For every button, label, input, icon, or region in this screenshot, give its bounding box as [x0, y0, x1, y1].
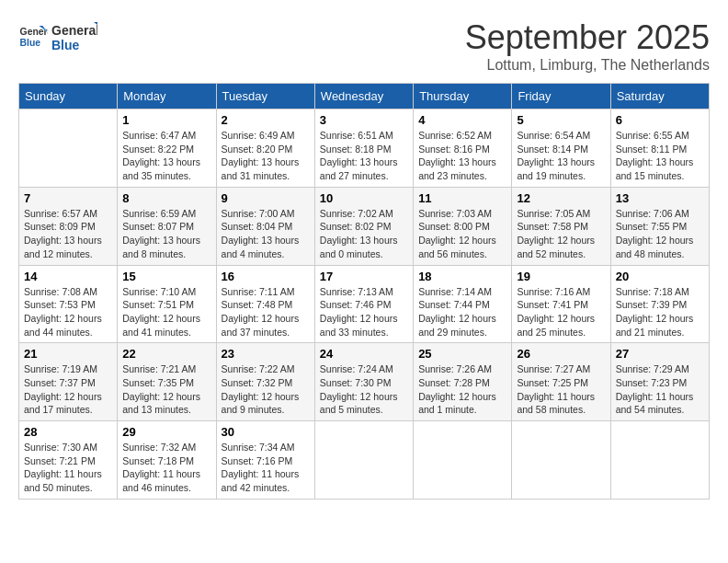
location-subtitle: Lottum, Limburg, The Netherlands	[465, 57, 710, 74]
calendar-cell: 18Sunrise: 7:14 AM Sunset: 7:44 PM Dayli…	[414, 265, 512, 343]
calendar-cell: 1Sunrise: 6:47 AM Sunset: 8:22 PM Daylig…	[118, 109, 216, 188]
day-info: Sunrise: 7:16 AM Sunset: 7:41 PM Dayligh…	[517, 285, 605, 339]
weekday-header-tuesday: Tuesday	[216, 84, 314, 109]
calendar-cell: 30Sunrise: 7:34 AM Sunset: 7:16 PM Dayli…	[216, 421, 314, 500]
month-title: September 2025	[465, 18, 710, 57]
day-number: 8	[122, 191, 210, 205]
day-info: Sunrise: 7:06 AM Sunset: 7:55 PM Dayligh…	[616, 207, 704, 261]
calendar-cell: 6Sunrise: 6:55 AM Sunset: 8:11 PM Daylig…	[610, 109, 709, 188]
day-number: 10	[320, 191, 408, 205]
day-info: Sunrise: 7:22 AM Sunset: 7:32 PM Dayligh…	[222, 362, 310, 417]
day-number: 15	[122, 270, 210, 283]
calendar-cell: 14Sunrise: 7:08 AM Sunset: 7:53 PM Dayli…	[19, 265, 118, 343]
day-number: 19	[517, 270, 605, 283]
calendar-cell: 17Sunrise: 7:13 AM Sunset: 7:46 PM Dayli…	[314, 265, 413, 343]
day-info: Sunrise: 6:47 AM Sunset: 8:22 PM Dayligh…	[122, 129, 210, 183]
day-number: 20	[616, 270, 704, 283]
day-info: Sunrise: 7:29 AM Sunset: 7:23 PM Dayligh…	[616, 362, 704, 417]
weekday-header-friday: Friday	[512, 84, 610, 109]
calendar-week-2: 7Sunrise: 6:57 AM Sunset: 8:09 PM Daylig…	[19, 187, 710, 265]
day-number: 24	[320, 347, 408, 361]
day-number: 18	[418, 270, 506, 283]
title-block: September 2025 Lottum, Limburg, The Neth…	[465, 18, 710, 74]
calendar-cell: 26Sunrise: 7:27 AM Sunset: 7:25 PM Dayli…	[512, 343, 610, 421]
calendar-cell: 16Sunrise: 7:11 AM Sunset: 7:48 PM Dayli…	[216, 265, 314, 343]
day-info: Sunrise: 7:32 AM Sunset: 7:18 PM Dayligh…	[122, 441, 210, 495]
day-info: Sunrise: 6:57 AM Sunset: 8:09 PM Dayligh…	[24, 207, 112, 261]
calendar-cell: 28Sunrise: 7:30 AM Sunset: 7:21 PM Dayli…	[19, 421, 118, 500]
calendar-week-1: 1Sunrise: 6:47 AM Sunset: 8:22 PM Daylig…	[19, 109, 710, 188]
day-info: Sunrise: 7:14 AM Sunset: 7:44 PM Dayligh…	[418, 285, 506, 339]
day-number: 28	[24, 425, 112, 439]
day-number: 12	[517, 191, 605, 205]
day-number: 21	[24, 347, 112, 361]
calendar-cell: 2Sunrise: 6:49 AM Sunset: 8:20 PM Daylig…	[216, 109, 314, 188]
day-number: 1	[122, 113, 210, 127]
day-info: Sunrise: 7:21 AM Sunset: 7:35 PM Dayligh…	[122, 362, 210, 417]
day-info: Sunrise: 7:10 AM Sunset: 7:51 PM Dayligh…	[122, 285, 210, 339]
day-number: 30	[222, 425, 310, 439]
day-info: Sunrise: 7:00 AM Sunset: 8:04 PM Dayligh…	[222, 207, 310, 261]
calendar-cell: 13Sunrise: 7:06 AM Sunset: 7:55 PM Dayli…	[610, 187, 709, 265]
calendar-cell: 11Sunrise: 7:03 AM Sunset: 8:00 PM Dayli…	[414, 187, 512, 265]
day-info: Sunrise: 7:11 AM Sunset: 7:48 PM Dayligh…	[222, 285, 310, 339]
calendar-cell: 7Sunrise: 6:57 AM Sunset: 8:09 PM Daylig…	[19, 187, 118, 265]
logo-icon: General Blue	[18, 22, 48, 52]
day-info: Sunrise: 6:51 AM Sunset: 8:18 PM Dayligh…	[320, 129, 408, 183]
day-info: Sunrise: 7:18 AM Sunset: 7:39 PM Dayligh…	[616, 285, 704, 339]
calendar-cell: 24Sunrise: 7:24 AM Sunset: 7:30 PM Dayli…	[314, 343, 413, 421]
svg-text:Blue: Blue	[51, 38, 80, 52]
day-info: Sunrise: 7:13 AM Sunset: 7:46 PM Dayligh…	[320, 285, 408, 339]
day-number: 27	[616, 347, 704, 361]
calendar-cell	[610, 421, 709, 500]
day-number: 3	[320, 113, 408, 127]
calendar-cell	[314, 421, 413, 500]
calendar-table: SundayMondayTuesdayWednesdayThursdayFrid…	[18, 83, 710, 500]
day-info: Sunrise: 7:05 AM Sunset: 7:58 PM Dayligh…	[517, 207, 605, 261]
svg-text:Blue: Blue	[20, 38, 41, 48]
calendar-week-5: 28Sunrise: 7:30 AM Sunset: 7:21 PM Dayli…	[19, 421, 710, 500]
svg-text:General: General	[51, 23, 97, 38]
day-info: Sunrise: 7:27 AM Sunset: 7:25 PM Dayligh…	[517, 362, 605, 417]
day-info: Sunrise: 6:54 AM Sunset: 8:14 PM Dayligh…	[517, 129, 605, 183]
day-number: 2	[222, 113, 310, 127]
day-info: Sunrise: 7:34 AM Sunset: 7:16 PM Dayligh…	[222, 441, 310, 495]
day-number: 14	[24, 270, 112, 283]
weekday-header-saturday: Saturday	[610, 84, 709, 109]
calendar-cell: 12Sunrise: 7:05 AM Sunset: 7:58 PM Dayli…	[512, 187, 610, 265]
calendar-cell: 27Sunrise: 7:29 AM Sunset: 7:23 PM Dayli…	[610, 343, 709, 421]
day-info: Sunrise: 7:26 AM Sunset: 7:28 PM Dayligh…	[418, 362, 506, 417]
day-number: 16	[222, 270, 310, 283]
calendar-cell: 5Sunrise: 6:54 AM Sunset: 8:14 PM Daylig…	[512, 109, 610, 188]
day-info: Sunrise: 7:02 AM Sunset: 8:02 PM Dayligh…	[320, 207, 408, 261]
day-info: Sunrise: 7:03 AM Sunset: 8:00 PM Dayligh…	[418, 207, 506, 261]
calendar-cell: 3Sunrise: 6:51 AM Sunset: 8:18 PM Daylig…	[314, 109, 413, 188]
weekday-header-thursday: Thursday	[414, 84, 512, 109]
day-number: 17	[320, 270, 408, 283]
day-number: 26	[517, 347, 605, 361]
calendar-cell	[414, 421, 512, 500]
day-info: Sunrise: 7:24 AM Sunset: 7:30 PM Dayligh…	[320, 362, 408, 417]
day-number: 4	[418, 113, 506, 127]
page-header: General Blue General Blue September 2025…	[18, 18, 710, 74]
day-info: Sunrise: 7:30 AM Sunset: 7:21 PM Dayligh…	[24, 441, 112, 495]
calendar-header-row: SundayMondayTuesdayWednesdayThursdayFrid…	[19, 84, 710, 109]
calendar-cell	[512, 421, 610, 500]
calendar-cell: 8Sunrise: 6:59 AM Sunset: 8:07 PM Daylig…	[118, 187, 216, 265]
logo-graphic: General Blue	[51, 18, 97, 55]
day-number: 23	[222, 347, 310, 361]
day-number: 25	[418, 347, 506, 361]
calendar-cell: 15Sunrise: 7:10 AM Sunset: 7:51 PM Dayli…	[118, 265, 216, 343]
day-number: 6	[616, 113, 704, 127]
calendar-cell	[19, 109, 118, 188]
calendar-cell: 21Sunrise: 7:19 AM Sunset: 7:37 PM Dayli…	[19, 343, 118, 421]
day-info: Sunrise: 7:08 AM Sunset: 7:53 PM Dayligh…	[24, 285, 112, 339]
calendar-body: 1Sunrise: 6:47 AM Sunset: 8:22 PM Daylig…	[19, 109, 710, 500]
weekday-header-monday: Monday	[118, 84, 216, 109]
day-info: Sunrise: 6:59 AM Sunset: 8:07 PM Dayligh…	[122, 207, 210, 261]
day-number: 29	[122, 425, 210, 439]
logo: General Blue General Blue	[18, 18, 97, 55]
day-info: Sunrise: 6:49 AM Sunset: 8:20 PM Dayligh…	[222, 129, 310, 183]
calendar-cell: 20Sunrise: 7:18 AM Sunset: 7:39 PM Dayli…	[610, 265, 709, 343]
day-number: 5	[517, 113, 605, 127]
